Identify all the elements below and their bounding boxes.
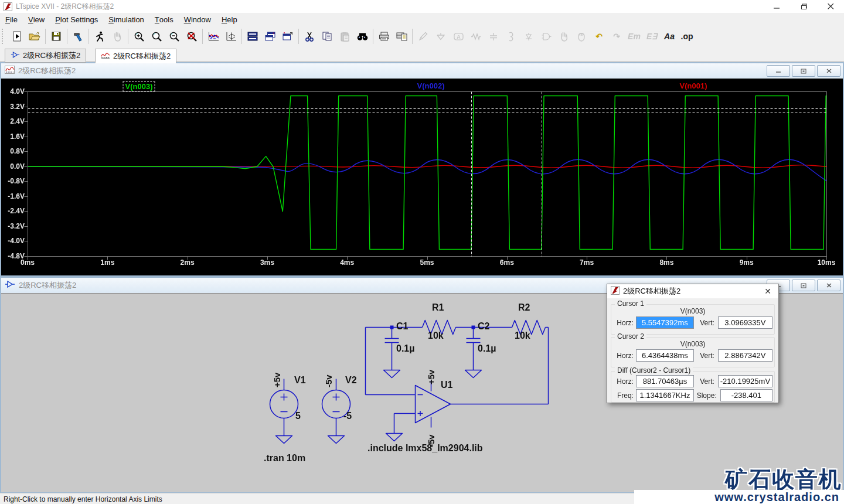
cursor2-horz-field[interactable]: 6.4364438ms [636, 349, 694, 362]
zoom-in-button[interactable] [130, 28, 148, 45]
copy-button[interactable] [318, 28, 336, 45]
diff-horz-label: Horz: [613, 377, 634, 386]
zoom-back-button[interactable] [148, 28, 165, 45]
menu-file[interactable]: File [0, 13, 23, 26]
x-axis-tick-label: 9ms [735, 258, 758, 267]
paste-button[interactable] [336, 28, 353, 45]
menu-window[interactable]: Window [179, 13, 216, 26]
y-axis-tick-label: 2.4V [1, 117, 25, 125]
y-axis-tick-label: 0.0V [1, 162, 25, 171]
schematic-label: V1 [294, 375, 306, 386]
autorange-y-button[interactable] [205, 28, 222, 45]
window-title: LTspice XVII - 2级RC移相振荡2 [16, 2, 114, 12]
schematic-label: 0.1µ [478, 343, 496, 354]
waveform-window-titlebar[interactable]: 2级RC移相振荡2 [1, 63, 843, 79]
waveform-plot[interactable] [1, 79, 843, 275]
save-button[interactable] [47, 28, 65, 45]
inductor-button[interactable] [502, 28, 520, 45]
svg-text:A: A [457, 34, 461, 40]
tab-waveform-1[interactable]: 2级RC移相振荡2 [95, 49, 176, 63]
tab-schematic-0[interactable]: 2级RC移相振荡2 [5, 49, 86, 63]
wave-restore-icon[interactable] [792, 65, 815, 77]
maximize-icon[interactable] [790, 0, 817, 13]
run-button[interactable] [91, 28, 108, 45]
trace-label-2[interactable]: V(n001) [678, 81, 709, 90]
title-bar: LTspice XVII - 2级RC移相振荡2 [0, 0, 844, 13]
sch-close-icon[interactable] [817, 280, 840, 291]
plot-settings-button[interactable] [222, 28, 240, 45]
diode-button[interactable] [520, 28, 537, 45]
drag-button[interactable] [573, 28, 590, 45]
schematic-label: V2 [345, 375, 357, 386]
close-icon[interactable] [817, 0, 844, 13]
cursor-dialog[interactable]: 2级RC移相振荡2 ✕ Cursor 1 V(n003) Horz: 5.554… [607, 284, 779, 403]
waveform-window: 2级RC移相振荡2 [0, 62, 844, 277]
cursor1-horz-label: Horz: [613, 319, 634, 327]
toolbar-separator [202, 29, 203, 44]
waveform-window-title: 2级RC移相振荡2 [18, 66, 76, 76]
minimize-icon[interactable] [763, 0, 790, 13]
ltspice-logo-icon [4, 2, 12, 11]
menu-view[interactable]: View [23, 13, 50, 26]
mirror-button[interactable]: Em [625, 28, 643, 45]
move-button[interactable] [555, 28, 573, 45]
control-panel-button[interactable] [69, 28, 87, 45]
schematic-label: 10k [428, 331, 444, 341]
cursor1-group: Cursor 1 V(n003) Horz: 5.5547392ms Vert:… [611, 304, 775, 335]
cursor2-group: Cursor 2 V(n003) Horz: 6.4364438ms Vert:… [611, 337, 775, 367]
cascade-windows-button[interactable] [261, 28, 279, 45]
cursor-dialog-close-icon[interactable]: ✕ [761, 287, 775, 296]
undo-button[interactable]: ↶ [590, 28, 608, 45]
trace-label-0[interactable]: V(n003) [123, 81, 155, 91]
print-preview-button[interactable] [393, 28, 410, 45]
toolbar-separator [45, 29, 46, 44]
component-button[interactable] [537, 28, 555, 45]
schematic-label: 5 [295, 411, 301, 421]
x-axis-tick-label: 10ms [815, 258, 838, 267]
schematic-label: -5v [426, 434, 436, 447]
net-label-button[interactable]: A [450, 28, 467, 45]
menu-simulation[interactable]: Simulation [103, 13, 149, 26]
schematic-label: R1 [432, 302, 444, 313]
cursor1-trace-name: V(n003) [611, 307, 774, 315]
rotate-button[interactable]: E∃ [643, 28, 661, 45]
new-schematic-button[interactable] [8, 28, 26, 45]
cursor2-vert-field[interactable]: 2.8867342V [718, 349, 772, 362]
sch-restore-icon[interactable] [792, 280, 815, 291]
capacitor-button[interactable] [485, 28, 502, 45]
cut-button[interactable] [301, 28, 318, 45]
tile-windows-button[interactable] [244, 28, 261, 45]
print-button[interactable] [375, 28, 393, 45]
watermark-url: www.crystalradio.cn [714, 491, 839, 504]
find-button[interactable] [353, 28, 371, 45]
spice-directive-button[interactable]: .op [678, 28, 696, 45]
cursor-dialog-title: 2级RC移相振荡2 [623, 286, 680, 297]
redo-button[interactable]: ↷ [608, 28, 625, 45]
diff-slope-field[interactable]: -238.401 [720, 389, 772, 401]
menu-plot-settings[interactable]: Plot Settings [50, 13, 103, 26]
cursor1-vert-field[interactable]: 3.0969335V [718, 316, 772, 329]
diff-vert-field[interactable]: -210.19925mV [718, 375, 772, 387]
schematic-window-title: 2级RC移相振荡2 [19, 280, 76, 291]
resistor-button[interactable] [467, 28, 485, 45]
open-button[interactable] [26, 28, 43, 45]
menu-tools[interactable]: Tools [149, 13, 179, 26]
diff-freq-field[interactable]: 1.1341667KHz [636, 389, 694, 401]
cursor1-horz-field[interactable]: 5.5547392ms [636, 316, 694, 329]
diff-freq-label: Freq: [613, 391, 634, 400]
waveform-tab-icon [101, 52, 110, 61]
cursor-dialog-titlebar[interactable]: 2级RC移相振荡2 ✕ [607, 284, 778, 298]
trace-label-1[interactable]: V(n002) [416, 81, 447, 90]
wave-minimize-icon[interactable] [767, 65, 790, 77]
arrange-windows-button[interactable] [279, 28, 297, 45]
zoom-out-button[interactable] [165, 28, 183, 45]
ground-button[interactable] [432, 28, 450, 45]
zoom-full-extents-button[interactable] [183, 28, 200, 45]
halt-button[interactable] [108, 28, 126, 45]
wave-close-icon[interactable] [817, 65, 840, 77]
schematic-label: U1 [441, 380, 452, 390]
text-tool-button[interactable]: Aa [661, 28, 678, 45]
diff-horz-field[interactable]: 881.70463µs [636, 375, 694, 387]
wire-button[interactable] [414, 28, 432, 45]
menu-help[interactable]: Help [216, 13, 243, 26]
